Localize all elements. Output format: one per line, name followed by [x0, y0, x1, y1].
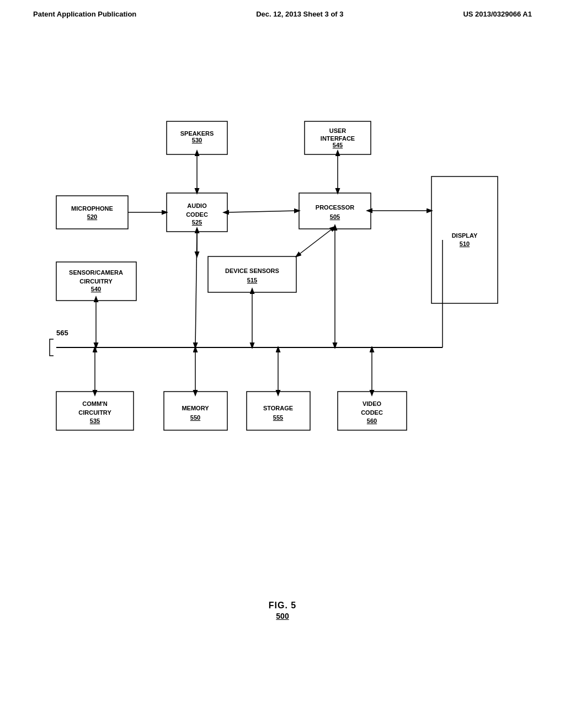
bus-bracket — [50, 339, 54, 356]
sensor-cam-num: 540 — [91, 286, 101, 292]
sensor-cam-label2: CIRCUITRY — [79, 278, 113, 285]
bus-label: 565 — [56, 329, 68, 337]
dev-sensors-num: 515 — [247, 277, 257, 283]
memory-label: MEMORY — [182, 405, 209, 411]
commn-label2: CIRCUITRY — [78, 409, 111, 416]
display-box — [431, 176, 498, 303]
mic-label: MICROPHONE — [71, 205, 113, 212]
processor-devsensors-arrow — [296, 229, 332, 256]
memory-num: 550 — [190, 414, 200, 421]
display-num: 510 — [460, 240, 470, 247]
patent-page: Patent Application Publication Dec. 12, … — [0, 0, 565, 728]
audio-label1: AUDIO — [187, 202, 207, 209]
header-right: US 2013/0329066 A1 — [463, 10, 532, 18]
speakers-num: 530 — [192, 137, 202, 143]
processor-box — [299, 193, 371, 229]
header-center: Dec. 12, 2013 Sheet 3 of 3 — [256, 10, 343, 18]
sensor-cam-label1: SENSOR/CAMERA — [69, 269, 123, 276]
ui-label2: INTERFACE — [321, 135, 355, 142]
audio-label2: CODEC — [186, 211, 208, 218]
device-sensors-box — [208, 256, 296, 292]
commn-label1: COMM'N — [82, 400, 107, 407]
header-left: Patent Application Publication — [33, 10, 136, 18]
audiocodec-bus-arrow — [195, 232, 197, 347]
fig-title: FIG. 5 — [0, 601, 565, 611]
audio-num: 525 — [192, 219, 202, 226]
ui-num: 545 — [333, 142, 343, 148]
mic-num: 520 — [87, 213, 97, 220]
proc-label: PROCESSOR — [316, 204, 354, 211]
block-diagram: SPEAKERS 530 USER INTERFACE 545 MICROPHO… — [44, 110, 521, 485]
dev-sensors-label: DEVICE SENSORS — [225, 267, 279, 274]
figure-caption: FIG. 5 500 — [0, 601, 565, 620]
proc-num: 505 — [330, 213, 340, 220]
audiocodec-processor-arrow — [227, 211, 299, 212]
video-label2: CODEC — [361, 409, 383, 416]
page-header: Patent Application Publication Dec. 12, … — [0, 0, 565, 18]
ui-label1: USER — [329, 127, 347, 134]
commn-num: 535 — [90, 417, 100, 424]
fig-number: 500 — [0, 612, 565, 620]
microphone-box — [56, 196, 128, 229]
display-label: DISPLAY — [452, 232, 478, 239]
storage-label: STORAGE — [263, 405, 293, 411]
storage-num: 555 — [273, 414, 283, 421]
video-label1: VIDEO — [363, 400, 382, 407]
speakers-label: SPEAKERS — [180, 130, 214, 137]
video-num: 560 — [367, 417, 377, 424]
